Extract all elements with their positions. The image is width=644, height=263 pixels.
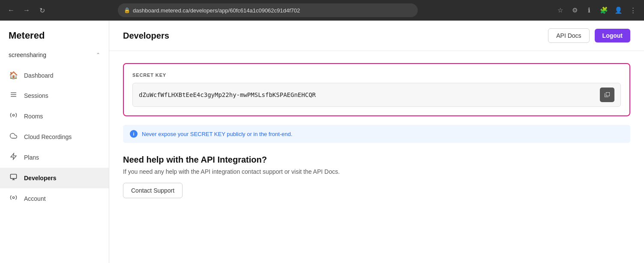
address-bar[interactable]: 🔒 dashboard.metered.ca/developers/app/60… <box>118 3 418 17</box>
chevron-down-icon: ⌃ <box>96 52 100 58</box>
url-text: dashboard.metered.ca/developers/app/60fc… <box>133 7 300 14</box>
help-title: Need help with the API Integration? <box>123 155 630 165</box>
logout-button[interactable]: Logout <box>595 29 630 42</box>
workspace-name: screensharing <box>9 51 46 58</box>
sidebar-item-cloud-recordings[interactable]: Cloud Recordings <box>0 127 109 147</box>
secret-key-value: dZuWcfWfLHXBtEeE4c3gyMp22hy-mwPMSLsfbKSP… <box>139 91 596 98</box>
sidebar-item-developers[interactable]: Developers <box>0 168 109 188</box>
sidebar-item-label: Dashboard <box>24 72 54 79</box>
sidebar-nav: 🏠 Dashboard Sessions Rooms Cloud Recor <box>0 65 109 263</box>
sidebar-item-label: Account <box>24 195 46 202</box>
plans-icon <box>9 153 18 162</box>
header-actions: API Docs Logout <box>548 28 630 43</box>
info-icon[interactable]: ℹ <box>583 4 595 16</box>
svg-rect-5 <box>10 174 16 178</box>
back-button[interactable]: ← <box>5 4 17 16</box>
secret-key-card: SECRET KEY dZuWcfWfLHXBtEeE4c3gyMp22hy-m… <box>123 63 630 116</box>
bookmark-icon[interactable]: ☆ <box>554 4 566 16</box>
secret-key-field: dZuWcfWfLHXBtEeE4c3gyMp22hy-mwPMSLsfbKSP… <box>132 83 621 107</box>
main-body: SECRET KEY dZuWcfWfLHXBtEeE4c3gyMp22hy-m… <box>109 51 644 210</box>
info-circle-icon: i <box>130 130 138 138</box>
extensions-icon[interactable]: 🧩 <box>598 4 610 16</box>
sidebar-item-label: Rooms <box>24 113 43 120</box>
lock-icon: 🔒 <box>124 7 130 13</box>
svg-point-8 <box>12 196 14 198</box>
sidebar-item-label: Plans <box>24 154 39 161</box>
sidebar-item-rooms[interactable]: Rooms <box>0 106 109 127</box>
api-docs-button[interactable]: API Docs <box>548 28 589 43</box>
copy-icon <box>603 91 611 99</box>
secret-key-label: SECRET KEY <box>132 73 621 78</box>
app-container: Metered screensharing ⌃ 🏠 Dashboard Sess… <box>0 21 644 263</box>
sessions-icon <box>9 91 18 100</box>
menu-icon[interactable]: ⋮ <box>627 4 639 16</box>
profile-icon[interactable]: 👤 <box>612 4 624 16</box>
reload-button[interactable]: ↻ <box>36 4 48 16</box>
main-header: Developers API Docs Logout <box>109 21 644 51</box>
page-title: Developers <box>123 31 169 41</box>
sidebar-item-account[interactable]: Account <box>0 188 109 209</box>
workspace-selector[interactable]: screensharing ⌃ <box>0 48 109 65</box>
help-section: Need help with the API Integration? If y… <box>123 155 630 198</box>
sidebar-item-label: Developers <box>24 175 56 181</box>
developers-icon <box>9 173 18 183</box>
svg-marker-4 <box>11 153 16 159</box>
info-text: Never expose your SECRET KEY publicly or… <box>142 131 292 137</box>
forward-button[interactable]: → <box>21 4 33 16</box>
help-description: If you need any help with the API integr… <box>123 168 630 175</box>
sidebar-item-label: Cloud Recordings <box>24 133 72 140</box>
brand-logo: Metered <box>0 21 109 48</box>
browser-actions: ☆ ⚙ ℹ 🧩 👤 ⋮ <box>554 4 639 16</box>
contact-support-button[interactable]: Contact Support <box>123 183 183 198</box>
cloud-icon <box>9 132 18 142</box>
browser-chrome: ← → ↻ 🔒 dashboard.metered.ca/developers/… <box>0 0 644 21</box>
main-content: Developers API Docs Logout SECRET KEY dZ… <box>109 21 644 263</box>
sidebar-item-plans[interactable]: Plans <box>0 147 109 168</box>
sidebar-item-dashboard[interactable]: 🏠 Dashboard <box>0 65 109 85</box>
sidebar-item-label: Sessions <box>24 92 48 99</box>
svg-point-3 <box>12 114 14 116</box>
sidebar-item-sessions[interactable]: Sessions <box>0 85 109 106</box>
sidebar: Metered screensharing ⌃ 🏠 Dashboard Sess… <box>0 21 109 263</box>
info-banner: i Never expose your SECRET KEY publicly … <box>123 125 630 143</box>
home-icon: 🏠 <box>9 71 18 80</box>
account-icon <box>9 194 18 203</box>
rooms-icon <box>9 112 18 121</box>
copy-button[interactable] <box>600 88 614 102</box>
settings-icon[interactable]: ⚙ <box>569 4 581 16</box>
